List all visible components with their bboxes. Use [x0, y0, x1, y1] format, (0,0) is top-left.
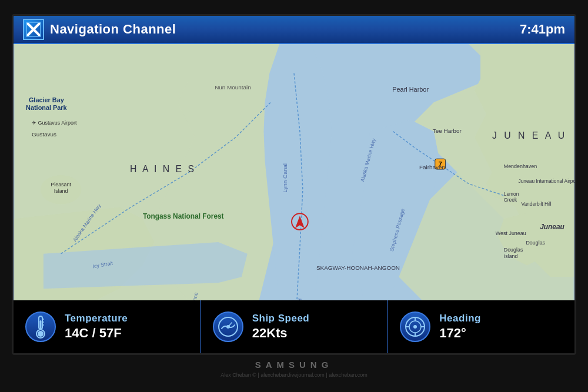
svg-text:Lynn Canal: Lynn Canal: [282, 163, 288, 193]
svg-text:Vanderbilt Hill: Vanderbilt Hill: [521, 201, 551, 207]
brand-label: SAMSUNG: [255, 360, 333, 370]
svg-text:Pearl Harbor: Pearl Harbor: [392, 86, 429, 93]
tv-frame: Navigation Channel 7:41pm: [12, 14, 576, 355]
svg-text:Juneau: Juneau: [540, 223, 564, 231]
svg-text:Mendenhaven: Mendenhaven: [504, 163, 537, 169]
temperature-text: Temperature 14C / 57F: [65, 313, 128, 341]
svg-text:West Juneau: West Juneau: [496, 230, 526, 236]
temperature-label: Temperature: [65, 313, 128, 324]
svg-rect-45: [40, 320, 42, 330]
svg-text:J U N E A U: J U N E A U: [492, 130, 567, 140]
channel-title: Navigation Channel: [50, 22, 176, 37]
svg-text:Juneau International Airport: Juneau International Airport: [519, 178, 575, 184]
header-bar: Navigation Channel 7:41pm: [14, 16, 574, 44]
svg-point-47: [38, 331, 44, 337]
ship-speed-value: 22Kts: [252, 326, 310, 341]
svg-text:Creek: Creek: [504, 197, 517, 203]
info-bar: Temperature 14C / 57F Ship Speed 22Kts: [14, 300, 574, 353]
svg-text:Nun Mountain: Nun Mountain: [215, 84, 251, 91]
svg-text:Glacier Bay: Glacier Bay: [29, 96, 64, 103]
ship-speed-panel: Ship Speed 22Kts: [201, 300, 389, 353]
heading-panel: Heading 172°: [388, 300, 574, 353]
temperature-value: 14C / 57F: [65, 326, 128, 341]
svg-text:Island: Island: [54, 188, 68, 194]
temperature-icon: [25, 311, 56, 342]
svg-text:Pleasant: Pleasant: [51, 182, 71, 187]
channel-logo: [23, 19, 44, 40]
svg-text:H A I N E S: H A I N E S: [130, 164, 196, 174]
svg-text:SKAGWAY-HOONAH-ANGOON: SKAGWAY-HOONAH-ANGOON: [316, 264, 400, 271]
heading-label: Heading: [439, 313, 481, 324]
ship-speed-text: Ship Speed 22Kts: [252, 313, 310, 341]
svg-text:Island: Island: [504, 253, 518, 259]
svg-text:Gustavus: Gustavus: [32, 131, 56, 138]
svg-text:Tee Harbor: Tee Harbor: [433, 128, 462, 134]
svg-text:Fairhaven: Fairhaven: [419, 164, 445, 170]
ship-speed-icon: [213, 311, 243, 342]
heading-icon: [400, 311, 430, 342]
svg-text:National Park: National Park: [26, 104, 68, 111]
svg-text:✈ Gustavus Airport: ✈ Gustavus Airport: [32, 120, 77, 126]
svg-text:Tongass National Forest: Tongass National Forest: [143, 212, 224, 220]
temperature-panel: Temperature 14C / 57F: [14, 300, 201, 353]
svg-text:Lemon: Lemon: [504, 191, 519, 197]
watermark: Alex Cheban © | alexcheban.livejournal.c…: [220, 372, 367, 378]
current-time: 7:41pm: [520, 22, 565, 37]
svg-point-56: [413, 325, 417, 329]
svg-text:Douglas: Douglas: [526, 240, 545, 246]
svg-text:Douglas: Douglas: [504, 247, 523, 253]
svg-line-53: [228, 323, 232, 327]
ship-speed-label: Ship Speed: [252, 313, 310, 324]
map-area: 7 Glacier Bay National Park ✈ Gustavus A…: [14, 44, 574, 300]
heading-text: Heading 172°: [439, 313, 481, 341]
heading-value: 172°: [439, 326, 481, 341]
header-left: Navigation Channel: [23, 19, 176, 40]
map-svg: 7 Glacier Bay National Park ✈ Gustavus A…: [14, 44, 574, 300]
